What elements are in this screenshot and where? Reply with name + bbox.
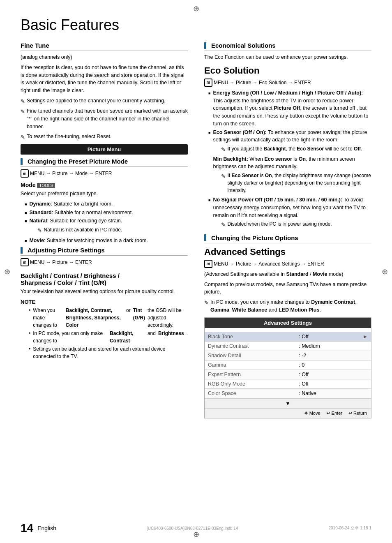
left-column: Fine Tune (analog channels only) If the … — [21, 42, 188, 418]
section-bar-eco — [204, 42, 206, 49]
eco-sensor: Eco Sensor (Off / On): To enhance your p… — [208, 129, 371, 196]
footer-return: ↩ Return — [348, 411, 367, 416]
eco-items: Energy Saving (Off / Low / Medium / High… — [208, 89, 371, 230]
menu-icon-adjusting: m — [21, 258, 29, 266]
section-bar-options — [204, 234, 206, 241]
fine-tune-note1: ✎ Settings are applied to the channel yo… — [21, 97, 188, 106]
rgb-only-label: RGB Only Mode — [205, 379, 295, 388]
eco-menu-path: m MENU → Picture → Eco Solution → ENTER — [204, 79, 371, 87]
backlight-note-1: When you make changes to Backlight, Cont… — [29, 307, 188, 329]
mode-natural-note: ✎ Natural is not available in PC mode. — [37, 226, 122, 235]
gamma-value: : 0 — [295, 360, 348, 370]
note-header: NOTE — [21, 299, 188, 305]
fine-tune-sub: (analog channels only) — [21, 53, 188, 61]
mode-sub: Select your preferred picture type. — [21, 190, 188, 198]
advanced-table-header: Advanced Settings — [205, 318, 371, 328]
table-row-expert-pattern: Expert Pattern : Off — [205, 370, 371, 379]
backlight-body: Your television has several setting opti… — [21, 288, 188, 296]
color-space-value: : Native — [295, 388, 348, 398]
eco-sensor-note: ✎ If you adjust the Backlight, the Eco S… — [221, 145, 371, 154]
advanced-note: ✎ In PC mode, you can only make changes … — [204, 298, 371, 314]
black-tone-arrow: ► — [349, 332, 371, 342]
note-icon-1: ✎ — [21, 97, 25, 106]
advanced-heading: Advanced Settings — [204, 247, 371, 257]
color-space-label: Color Space — [205, 388, 295, 398]
backlight-notes: When you make changes to Backlight, Cont… — [29, 307, 188, 360]
menu-icon-eco: m — [204, 79, 212, 87]
advanced-settings-table-container: Advanced Settings Black Tone : Off ► Dyn… — [204, 317, 371, 418]
table-row-shadow-detail: Shadow Detail : -2 — [205, 351, 371, 360]
footer-move: ❖ Move — [304, 411, 321, 416]
expert-pattern-value: : Off — [295, 370, 348, 379]
footer-date: 2010-06-24 오후 1:18 1 — [328, 525, 371, 531]
section-bar-adjusting — [21, 247, 23, 254]
min-backlight-text: Min Backlight: When Eco sensor is On, th… — [213, 155, 371, 171]
changing-options-heading: Changing the Picture Options — [204, 234, 371, 243]
rgb-only-value: : Off — [295, 379, 348, 388]
fine-tune-note3: ✎ To reset the fine-tuning, select Reset… — [21, 133, 188, 141]
backlight-heading: Backlight / Contrast / Brightness /Sharp… — [21, 272, 188, 286]
footer-doc-info: [UC6400-6500-USA]BN68-02711E-03Eng.indb … — [147, 526, 238, 531]
table-row-rgb-only-mode: RGB Only Mode : Off — [205, 379, 371, 388]
eco-solution-heading: Eco Solution — [204, 65, 371, 76]
table-row-dynamic-contrast: Dynamic Contrast : Medium — [205, 341, 371, 351]
note-icon-2: ✎ — [21, 108, 25, 116]
fine-tune-heading: Fine Tune — [21, 42, 188, 51]
section-bar-preset — [21, 158, 23, 165]
eco-sensor-note2: ✎ If Eco Sensor is On, the display brigh… — [221, 172, 371, 194]
page-footer: 14 English [UC6400-6500-USA]BN68-02711E-… — [21, 522, 371, 535]
preset-menu-path: m MENU → Picture → Mode → ENTER — [21, 169, 188, 178]
expert-pattern-label: Expert Pattern — [205, 370, 295, 379]
gamma-label: Gamma — [205, 360, 295, 370]
table-row-black-tone: Black Tone : Off ► — [205, 332, 371, 342]
mode-dynamic: Dynamic: Suitable for a bright room. — [25, 200, 188, 208]
mode-heading: Mode TOOLS — [21, 182, 188, 188]
table-row-gamma: Gamma : 0 — [205, 360, 371, 370]
footer-enter: ↵ Enter — [327, 411, 342, 416]
page-title: Basic Features — [21, 16, 371, 34]
advanced-settings-table: Black Tone : Off ► Dynamic Contrast : Me… — [205, 332, 371, 398]
shadow-detail-value: : -2 — [295, 351, 348, 360]
backlight-note-2: In PC mode, you can only make changes to… — [29, 330, 188, 344]
table-footer: ❖ Move ↵ Enter ↩ Return — [205, 408, 371, 418]
note-icon-no-signal: ✎ — [221, 221, 226, 229]
menu-icon-preset: m — [21, 169, 29, 178]
fine-tune-body: If the reception is clear, you do not ha… — [21, 64, 188, 95]
mode-list: Dynamic: Suitable for a bright room. Sta… — [25, 200, 188, 245]
mode-natural: Natural: Suitable for reducing eye strai… — [25, 217, 188, 236]
black-tone-value: : Off — [295, 332, 348, 342]
table-row-color-space: Color Space : Native — [205, 388, 371, 398]
mode-standard: Standard: Suitable for a normal environm… — [25, 209, 188, 217]
menu-icon-advanced: m — [204, 260, 212, 268]
table-scroll-indicator: ▼ — [205, 398, 371, 408]
advanced-menu-path: m MENU → Picture → Advanced Settings → E… — [204, 260, 371, 268]
shadow-detail-label: Shadow Detail — [205, 351, 295, 360]
advanced-body1: (Advanced Settings are available in Stan… — [204, 270, 371, 278]
eco-solutions-heading: Economical Solutions — [204, 42, 371, 51]
eco-no-signal: No Signal Power Off (Off / 15 min. / 30 … — [208, 196, 371, 230]
dynamic-contrast-value: : Medium — [295, 341, 348, 351]
black-tone-label: Black Tone — [205, 332, 295, 342]
picture-menu-box: Picture Menu — [21, 144, 188, 155]
backlight-note-3: Settings can be adjusted and stored for … — [29, 345, 188, 360]
eco-energy-saving: Energy Saving (Off / Low / Medium / High… — [208, 89, 371, 128]
page-language: English — [37, 525, 56, 531]
advanced-body2: Compared to previous models, new Samsung… — [204, 281, 371, 296]
changing-preset-heading: Changing the Preset Picture Mode — [21, 158, 188, 167]
mode-movie: Movie: Suitable for watching movies in a… — [25, 237, 188, 245]
page-number: 14 — [21, 522, 33, 535]
fine-tune-note2: ✎ Fine tuned channels that have been sav… — [21, 107, 188, 130]
dynamic-contrast-label: Dynamic Contrast — [205, 341, 295, 351]
crosshair-top-icon: ⊕ — [193, 4, 199, 13]
note-icon-3: ✎ — [21, 133, 25, 141]
eco-no-signal-note: ✎ Disabled when the PC is in power savin… — [221, 220, 371, 229]
right-column: Economical Solutions The Eco Function ca… — [204, 42, 371, 418]
note-icon-natural: ✎ — [37, 226, 42, 235]
tools-badge: TOOLS — [37, 183, 55, 188]
adjusting-menu-path: m MENU → Picture → ENTER — [21, 258, 188, 266]
fine-tune-label: Fine Tune — [21, 42, 49, 49]
adjusting-heading: Adjusting Picture Settings — [21, 247, 188, 256]
crosshair-left-icon: ⊕ — [4, 267, 10, 276]
note-icon-advanced: ✎ — [204, 299, 209, 307]
crosshair-right-icon: ⊕ — [382, 267, 388, 276]
